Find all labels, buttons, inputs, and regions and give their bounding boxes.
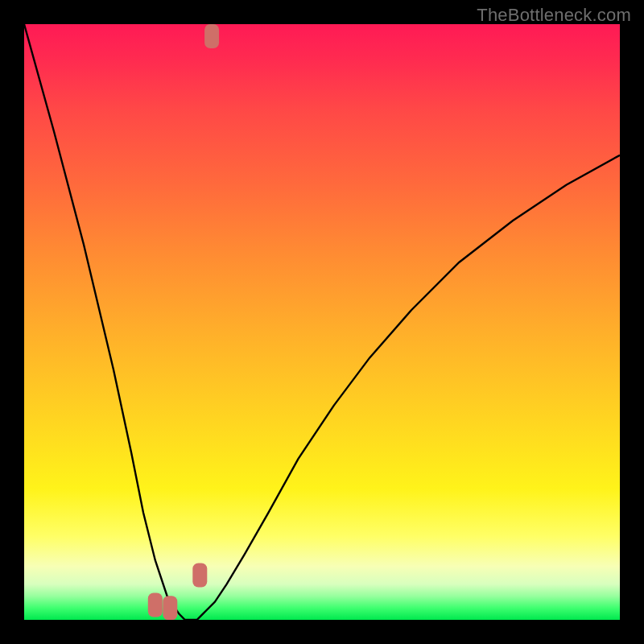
marker-left-upper (148, 593, 163, 617)
marker-left-lower (163, 596, 177, 620)
marker-right-lower (192, 564, 207, 588)
marker-right-upper (204, 24, 219, 48)
plot-area (24, 24, 620, 620)
curve-layer (24, 24, 620, 620)
bottleneck-curve (24, 24, 620, 620)
watermark-text: TheBottleneck.com (477, 5, 631, 26)
marker-group (148, 24, 219, 620)
chart-frame: TheBottleneck.com (0, 0, 644, 644)
